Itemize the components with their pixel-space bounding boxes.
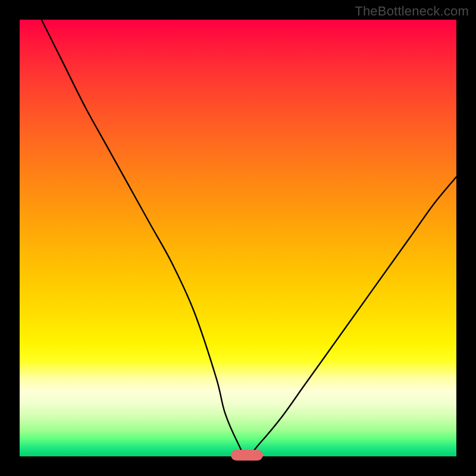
plot-area xyxy=(20,20,456,456)
watermark-text: TheBottleneck.com xyxy=(355,4,469,19)
bottleneck-curve xyxy=(20,20,456,456)
optimal-marker xyxy=(231,450,263,461)
chart-frame: TheBottleneck.com xyxy=(0,0,476,476)
